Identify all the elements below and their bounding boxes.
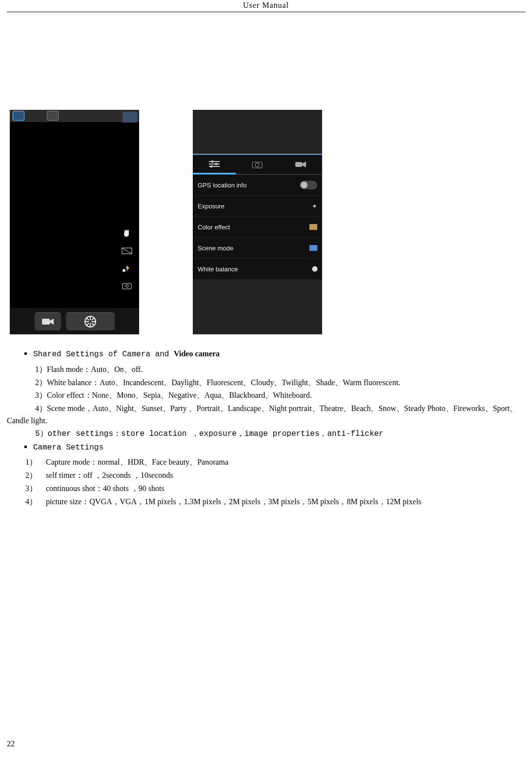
svg-rect-18 [215, 163, 217, 165]
settings-row-gps[interactable]: GPS location info [193, 175, 322, 196]
exposure-icon: ✦ [312, 203, 317, 210]
hdr-icon [122, 246, 132, 255]
preview-thumb [123, 112, 137, 123]
shared-item-3: 3）Color effect：None、Mono、Sepia、Negative、… [25, 389, 525, 402]
shared-item-1: 1）Flash mode：Auto、On、off. [25, 364, 525, 376]
camera-item-3: 3） continuous shot：40 shots ，90 shots [25, 483, 525, 495]
screenshot-camera-settings: GPS location info Exposure ✦ Color effec… [193, 110, 322, 334]
svg-line-12 [92, 318, 94, 320]
settings-row-label: Scene mode [198, 245, 233, 252]
shared-item-2: 2）White balance：Auto、Incandescent、Daylig… [25, 377, 525, 389]
svg-rect-17 [211, 161, 213, 163]
settings-row-exposure[interactable]: Exposure ✦ [193, 196, 322, 217]
svg-point-21 [255, 163, 259, 167]
svg-point-2 [123, 269, 125, 272]
page-number: 22 [7, 739, 15, 748]
svg-line-11 [92, 323, 94, 326]
shared-item-4: 4）Scene mode，Auto、Night、Sunset、Party 、Po… [7, 403, 525, 427]
scene-icon [309, 245, 317, 251]
settings-row-label: Color effect [198, 224, 230, 231]
settings-row-coloreffect[interactable]: Color effect [193, 217, 322, 238]
settings-tab-video[interactable] [279, 155, 322, 174]
shutter-button[interactable] [66, 312, 115, 330]
shared-item-5: 5）other settings：store location ，exposur… [25, 428, 525, 440]
svg-rect-3 [123, 284, 131, 289]
svg-line-13 [86, 323, 89, 326]
coloreffect-icon [309, 224, 317, 230]
whitebalance-icon [312, 266, 317, 271]
toggle-off-icon[interactable] [300, 181, 317, 189]
camera-item-1: 1） Capture mode：normal、HDR、Face beauty、P… [25, 456, 525, 469]
hand-icon [122, 229, 132, 238]
screenshot-camera-main [10, 110, 139, 334]
thumbnail-b [47, 111, 59, 121]
svg-rect-19 [210, 165, 212, 167]
settings-row-whitebalance[interactable]: White balance [193, 259, 322, 280]
svg-line-10 [86, 318, 89, 320]
svg-rect-4 [42, 319, 50, 325]
settings-row-label: Exposure [198, 203, 225, 210]
switch-camera-icon [122, 282, 132, 290]
camera-item-2: 2） self timer：off ，2seconds ，10seconds [25, 470, 525, 482]
page-header: User Manual [0, 0, 532, 10]
video-record-button[interactable] [35, 312, 61, 330]
settings-row-label: White balance [198, 266, 238, 273]
settings-row-label: GPS location info [198, 182, 246, 189]
thumbnail-a [13, 111, 24, 121]
settings-tab-general[interactable] [193, 155, 236, 174]
settings-row-scene[interactable]: Scene mode [193, 238, 322, 259]
heading-camera-settings: Camera Settings [25, 441, 525, 454]
svg-line-1 [122, 248, 132, 254]
svg-rect-22 [295, 162, 302, 167]
settings-tab-camera[interactable] [236, 155, 279, 174]
camera-item-4: 4） picture size：QVGA，VGA，1M pixels，1.3M … [25, 496, 525, 508]
flash-icon [122, 264, 132, 273]
heading-shared-settings: Shared Settings of Camera and Video came… [25, 348, 525, 361]
